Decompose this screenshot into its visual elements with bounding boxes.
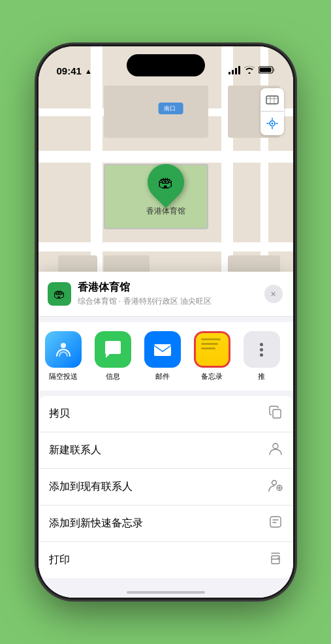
share-notes[interactable]: 备忘录	[187, 331, 237, 381]
signal-icon	[229, 67, 240, 74]
airdrop-icon	[45, 331, 82, 368]
status-icons	[229, 65, 275, 76]
more-icon	[244, 331, 280, 368]
menu-item-copy[interactable]: 拷贝	[39, 396, 293, 432]
menu-list: 拷贝 新建联系人	[39, 396, 293, 578]
quick-note-icon	[268, 515, 283, 532]
wifi-icon	[244, 66, 255, 76]
dynamic-island	[127, 54, 205, 76]
new-contact-label: 新建联系人	[49, 443, 101, 457]
more-label: 推	[258, 372, 265, 381]
menu-item-print[interactable]: 打印	[39, 542, 293, 578]
share-mail[interactable]: 邮件	[138, 331, 187, 381]
share-actions-row: 隔空投送 信息 邮件	[39, 322, 293, 391]
venue-map-marker[interactable]: 🏟 香港体育馆	[146, 164, 185, 217]
messages-label: 信息	[106, 372, 120, 381]
mail-icon	[144, 331, 181, 368]
svg-point-6	[61, 343, 66, 348]
share-airdrop[interactable]: 隔空投送	[39, 331, 88, 381]
time-display: 09:41	[57, 65, 82, 76]
venue-info: 香港体育馆 综合体育馆 · 香港特别行政区 油尖旺区	[78, 281, 258, 307]
new-contact-icon	[268, 442, 283, 459]
svg-rect-12	[270, 517, 281, 527]
svg-rect-7	[154, 344, 171, 356]
svg-rect-3	[266, 96, 278, 104]
svg-rect-8	[273, 410, 281, 418]
battery-icon	[259, 65, 275, 76]
venue-subtitle: 综合体育馆 · 香港特别行政区 油尖旺区	[78, 296, 258, 307]
home-indicator-area	[39, 578, 293, 598]
home-indicator	[127, 591, 205, 594]
copy-icon	[268, 405, 283, 423]
mail-label: 邮件	[155, 372, 170, 381]
messages-icon	[95, 331, 131, 368]
venue-title: 香港体育馆	[78, 281, 258, 295]
print-label: 打印	[49, 553, 70, 567]
svg-point-14	[277, 558, 279, 559]
svg-rect-1	[259, 68, 271, 72]
map-type-button[interactable]	[260, 88, 284, 112]
venue-header-icon: 🏟	[48, 282, 71, 306]
menu-item-quick-note[interactable]: 添加到新快速备忘录	[39, 506, 293, 542]
share-more[interactable]: 推	[237, 331, 287, 381]
svg-point-9	[273, 443, 278, 449]
map-controls	[260, 88, 284, 135]
airdrop-label: 隔空投送	[49, 372, 78, 381]
svg-point-5	[271, 123, 273, 125]
svg-rect-2	[273, 69, 274, 71]
menu-item-add-contact[interactable]: 添加到现有联系人	[39, 469, 293, 506]
add-contact-icon	[268, 478, 283, 496]
location-button[interactable]	[260, 112, 284, 135]
svg-point-10	[272, 481, 276, 485]
notes-icon	[194, 331, 230, 368]
menu-item-new-contact[interactable]: 新建联系人	[39, 432, 293, 469]
close-button[interactable]: ×	[264, 285, 283, 303]
add-contact-label: 添加到现有联系人	[49, 480, 133, 494]
svg-rect-13	[272, 559, 279, 564]
share-messages[interactable]: 信息	[88, 331, 138, 381]
location-arrow-icon: ▲	[85, 67, 92, 75]
status-time: 09:41 ▲	[57, 65, 92, 76]
quick-note-label: 添加到新快速备忘录	[49, 517, 143, 530]
print-icon	[268, 551, 283, 569]
notes-label: 备忘录	[201, 372, 223, 381]
copy-label: 拷贝	[49, 407, 70, 421]
bottom-sheet: 🏟 香港体育馆 综合体育馆 · 香港特别行政区 油尖旺区 × 隔空投送	[39, 272, 293, 598]
map-location-label: 南口	[158, 103, 183, 114]
phone-frame: 09:41 ▲	[39, 46, 293, 598]
venue-header: 🏟 香港体育馆 综合体育馆 · 香港特别行政区 油尖旺区 ×	[39, 272, 293, 317]
